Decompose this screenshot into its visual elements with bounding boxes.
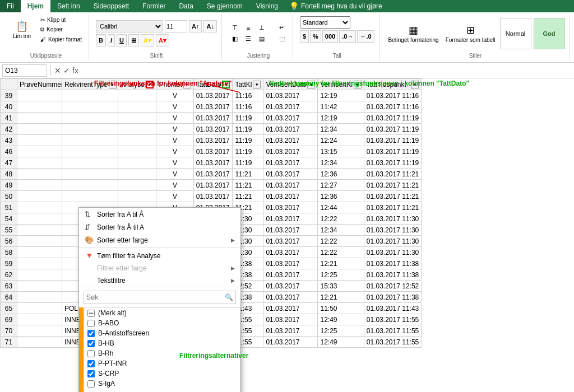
cell-G-43[interactable]: 01.03.2017 [263, 135, 318, 146]
cell-G-69[interactable]: 01.03.2017 [263, 314, 318, 325]
cell-G-49[interactable]: 01.03.2017 [263, 180, 318, 191]
cell-I-59[interactable]: 01.03.2017 11:38 [364, 258, 421, 269]
cell-A-63[interactable] [17, 281, 62, 292]
cell-B-46[interactable] [62, 146, 118, 157]
cell-E-47[interactable]: 01.03.2017 [193, 157, 233, 169]
currency-button[interactable]: $ [300, 30, 309, 43]
filter-checkbox-6[interactable] [87, 370, 95, 377]
cell-D-43[interactable]: V [156, 135, 193, 146]
cell-D-39[interactable]: V [156, 90, 193, 101]
align-top-button[interactable]: ⊤ [229, 23, 241, 33]
cell-G-58[interactable]: 01.03.2017 [263, 247, 318, 258]
formula-input[interactable] [81, 67, 572, 74]
cell-I-49[interactable]: 01.03.2017 11:21 [364, 180, 421, 191]
cell-A-48[interactable] [17, 169, 62, 180]
filter-btn-D[interactable]: ▾ [183, 81, 191, 88]
cell-B-49[interactable] [62, 180, 118, 191]
cell-G-62[interactable]: 01.03.2017 [263, 269, 318, 281]
cell-I-71[interactable]: 01.03.2017 11:55 [364, 337, 421, 348]
cell-A-41[interactable] [17, 113, 62, 124]
cell-H-69[interactable]: 12:49 [318, 314, 364, 325]
decimal-decrease-button[interactable]: ←.0 [357, 30, 374, 43]
cell-H-41[interactable]: 12:19 [318, 113, 364, 124]
conditional-formatting-button[interactable]: ▦ Betinget formatering [386, 22, 441, 44]
cell-G-71[interactable]: 01.03.2017 [263, 337, 318, 348]
wrap-text-button[interactable]: ↵ [276, 23, 288, 33]
cell-B-47[interactable] [62, 157, 118, 169]
cell-I-46[interactable]: 01.03.2017 11:19 [364, 146, 421, 157]
cell-A-70[interactable] [17, 325, 62, 337]
filter-item-1[interactable]: B-ABO [84, 318, 240, 328]
cell-A-47[interactable] [17, 157, 62, 169]
cell-D-46[interactable]: V [156, 146, 193, 157]
cell-I-42[interactable]: 01.03.2017 11:19 [364, 124, 421, 135]
cell-H-55[interactable]: 12:34 [318, 225, 364, 236]
paste-button[interactable]: 📋 Lim inn [8, 18, 36, 40]
cell-H-62[interactable]: 12:25 [318, 269, 364, 281]
cell-H-64[interactable]: 12:21 [318, 292, 364, 303]
format-as-table-button[interactable]: ⊞ Formater som tabell [443, 22, 498, 44]
cell-C-42[interactable] [118, 124, 156, 135]
filter-checkbox-3[interactable] [87, 340, 95, 347]
cell-D-47[interactable]: V [156, 157, 193, 169]
cell-I-56[interactable]: 01.03.2017 11:30 [364, 236, 421, 247]
cell-E-43[interactable]: 01.03.2017 [193, 135, 233, 146]
cancel-formula-icon[interactable]: ✕ [54, 66, 61, 75]
cell-H-71[interactable]: 12:49 [318, 337, 364, 348]
cell-I-55[interactable]: 01.03.2017 11:30 [364, 225, 421, 236]
filter-item-4[interactable]: B-Rh [84, 348, 240, 358]
cell-C-48[interactable] [118, 169, 156, 180]
cell-A-56[interactable] [17, 236, 62, 247]
cell-C-43[interactable] [118, 135, 156, 146]
filter-btn-F[interactable]: ▾ [253, 81, 261, 88]
filter-btn-G[interactable]: ▾ [307, 81, 315, 88]
cell-H-42[interactable]: 12:34 [318, 124, 364, 135]
cell-B-43[interactable] [62, 135, 118, 146]
cell-I-50[interactable]: 01.03.2017 11:21 [364, 191, 421, 202]
border-button[interactable]: ⊞ [128, 34, 139, 46]
cell-C-39[interactable] [118, 90, 156, 101]
cell-F-50[interactable]: 11:21 [233, 191, 263, 202]
cut-button[interactable]: ✂ Klipp ut [38, 16, 84, 24]
cell-H-70[interactable]: 12:25 [318, 325, 364, 337]
cell-I-58[interactable]: 01.03.2017 11:30 [364, 247, 421, 258]
filter-item-0[interactable]: (Merk alt) [84, 308, 240, 318]
cell-F-46[interactable]: 11:19 [233, 146, 263, 157]
cell-H-59[interactable]: 12:21 [318, 258, 364, 269]
cell-G-41[interactable]: 01.03.2017 [263, 113, 318, 124]
tab-sett-inn[interactable]: Sett inn [50, 0, 87, 12]
cell-F-40[interactable]: 11:16 [233, 101, 263, 113]
clear-filter-item[interactable]: 🔻 Tøm filter fra Analyse [79, 249, 240, 262]
cell-A-64[interactable] [17, 292, 62, 303]
cell-D-42[interactable]: V [156, 124, 193, 135]
font-color-button[interactable]: A▾ [156, 34, 169, 46]
cell-A-51[interactable] [17, 202, 62, 213]
cell-G-46[interactable]: 01.03.2017 [263, 146, 318, 157]
cell-F-43[interactable]: 11:19 [233, 135, 263, 146]
filter-checkbox-0[interactable] [87, 310, 95, 317]
sort-z-a-item[interactable]: ⇵ Sorter fra Å til A [79, 221, 240, 234]
filter-item-3[interactable]: B-HB [84, 338, 240, 348]
cell-F-47[interactable]: 11:19 [233, 157, 263, 169]
filter-btn-I[interactable]: ▾ [411, 81, 419, 88]
filter-checkbox-2[interactable] [87, 330, 95, 337]
cell-E-48[interactable]: 01.03.2017 [193, 169, 233, 180]
cell-H-39[interactable]: 12:19 [318, 90, 364, 101]
filter-btn-H[interactable]: ▾ [354, 81, 362, 88]
cell-E-50[interactable]: 01.03.2017 [193, 191, 233, 202]
cell-G-50[interactable]: 01.03.2017 [263, 191, 318, 202]
filter-list[interactable]: (Merk alt)B-ABOB-AntistoffscreenB-HBB-Rh… [84, 307, 240, 392]
cell-A-55[interactable] [17, 225, 62, 236]
filter-item-6[interactable]: S-CRP [84, 368, 240, 379]
cell-I-47[interactable]: 01.03.2017 11:19 [364, 157, 421, 169]
cell-C-41[interactable] [118, 113, 156, 124]
cell-A-59[interactable] [17, 258, 62, 269]
cell-A-50[interactable] [17, 191, 62, 202]
cell-G-65[interactable]: 01.03.2017 [263, 303, 318, 314]
name-box[interactable] [2, 64, 47, 77]
align-left-button[interactable]: ◧ [229, 34, 241, 44]
cell-B-48[interactable] [62, 169, 118, 180]
tab-data[interactable]: Data [172, 0, 200, 12]
cell-I-65[interactable]: 01.03.2017 11:43 [364, 303, 421, 314]
cell-A-39[interactable] [17, 90, 62, 101]
